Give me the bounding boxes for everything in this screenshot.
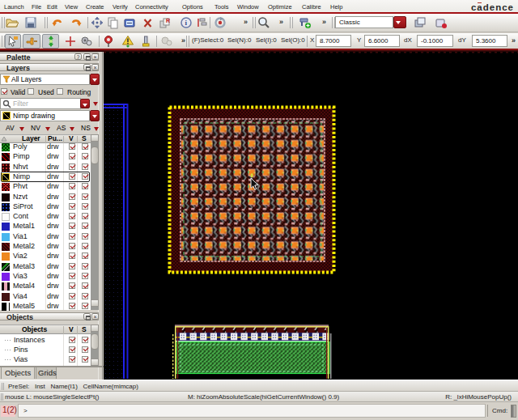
svg-text:R: R	[166, 18, 170, 23]
